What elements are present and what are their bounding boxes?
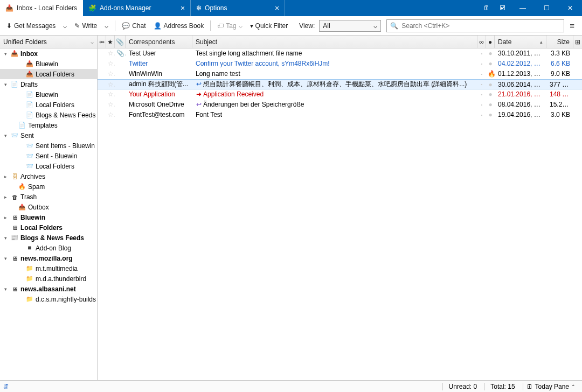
download-icon: ⬇: [6, 22, 12, 30]
col-correspondents[interactable]: Correspondents: [126, 36, 192, 48]
folder-pane-header[interactable]: Unified Folders ⌵: [0, 36, 97, 48]
search-icon: 🔍: [390, 22, 398, 30]
chat-button[interactable]: 💬 Chat: [119, 20, 149, 31]
col-date[interactable]: Date ▴: [495, 36, 546, 48]
folder-item[interactable]: ▾📨Sent: [0, 130, 97, 141]
col-attachment[interactable]: 📎: [115, 36, 126, 48]
get-messages-dropdown[interactable]: ⌵: [60, 20, 70, 31]
folder-item[interactable]: ▸🖥Bluewin: [0, 212, 97, 222]
col-subject[interactable]: Subject: [192, 36, 477, 48]
pencil-icon: ✎: [74, 22, 80, 30]
twisty-icon[interactable]: ▾: [2, 286, 9, 292]
quick-filter-button[interactable]: ▾ Quick Filter: [247, 20, 292, 31]
close-icon[interactable]: ×: [181, 4, 185, 12]
folder-icon: 📨: [26, 163, 33, 170]
folder-item[interactable]: 📄Templates: [0, 120, 97, 130]
write-button[interactable]: ✎ Write: [71, 20, 100, 31]
folder-item[interactable]: ◾Add-on Blog: [0, 243, 97, 253]
app-menu-button[interactable]: ≡: [565, 19, 579, 32]
tag-button[interactable]: 🏷 Tag ⌵: [214, 20, 245, 31]
twisty-icon[interactable]: ▾: [2, 256, 9, 261]
folder-item[interactable]: ▾📰Blogs & News Feeds: [0, 233, 97, 243]
col-size[interactable]: Size: [546, 36, 573, 48]
folder-item[interactable]: 📤Outbox: [0, 202, 97, 212]
message-row[interactable]: ☆admin 科技顧問(管...↩想自動計算餐廳帳目、利潤、成本、原材料倉存、手…: [98, 79, 582, 89]
view-select[interactable]: All ⌵: [319, 20, 381, 32]
folder-item[interactable]: ▸🗄Archives: [0, 171, 97, 181]
attach-cell: 📎: [115, 50, 126, 57]
folder-item[interactable]: 📥Local Folders: [0, 69, 97, 79]
message-row[interactable]: ☆FontTest@test.comFont Test•●19.04.2016,…: [98, 110, 582, 120]
twisty-icon[interactable]: ▸: [2, 174, 9, 179]
calendar-icon[interactable]: 🗓: [479, 0, 495, 16]
col-junk[interactable]: ∞: [477, 36, 486, 48]
folder-item[interactable]: 📁m.t.multimedia: [0, 263, 97, 274]
folder-item[interactable]: ▾🖥news.albasani.net: [0, 284, 97, 294]
message-row[interactable]: ☆Your Application➜Application Received•●…: [98, 89, 582, 100]
size-cell: 6.6 KB: [546, 60, 573, 67]
subject-cell: Long name test: [192, 70, 477, 78]
folder-item[interactable]: 🖥Local Folders: [0, 222, 97, 233]
tab-options[interactable]: ✻ Options ×: [191, 0, 285, 16]
message-pane: ⥈ ★ 📎 Correspondents Subject ∞ ● Date ▴ …: [98, 36, 582, 380]
write-dropdown[interactable]: ⌵: [101, 20, 112, 31]
col-picker[interactable]: ⊞: [573, 36, 582, 48]
message-row[interactable]: ☆TwitterConfirm your Twitter account, sY…: [98, 59, 582, 69]
twisty-icon[interactable]: ▸: [2, 215, 9, 220]
read-cell: ●: [486, 90, 495, 98]
search-box[interactable]: 🔍: [386, 19, 564, 32]
folder-item[interactable]: 📨Local Folders: [0, 161, 97, 171]
col-read[interactable]: ●: [486, 36, 495, 48]
folder-item[interactable]: 📄Local Folders: [0, 100, 97, 110]
folder-item[interactable]: ▾📥Inbox: [0, 48, 97, 59]
message-row[interactable]: ☆📎Test UserTest single long attachment f…: [98, 48, 582, 59]
folder-item[interactable]: ▾🖥news.mozilla.org: [0, 253, 97, 263]
col-thread[interactable]: ⥈: [98, 36, 106, 48]
folder-icon: 📁: [26, 275, 33, 282]
activity-icon[interactable]: ⇵: [3, 383, 9, 390]
junk-cell: •: [477, 72, 486, 76]
folder-item[interactable]: 📁m.d.a.thunderbird: [0, 274, 97, 284]
junk-cell: •: [477, 82, 486, 87]
read-cell: ●: [486, 50, 495, 57]
twisty-icon[interactable]: ▾: [2, 51, 9, 57]
minimize-button[interactable]: —: [511, 0, 535, 16]
folder-item[interactable]: 📥Bluewin: [0, 59, 97, 69]
tab-inbox[interactable]: 📥 Inbox - Local Folders: [0, 0, 83, 16]
today-pane-button[interactable]: 🗓 Today Pane ⌃: [523, 383, 579, 390]
message-row[interactable]: ☆Microsoft OneDrive↩Änderungen bei der S…: [98, 100, 582, 110]
folder-label: news.albasani.net: [20, 285, 76, 293]
folder-icon: 📤: [18, 204, 26, 211]
folder-item[interactable]: 📄Bluewin: [0, 89, 97, 100]
message-row[interactable]: ☆WinWinWinLong name test•🔥01.12.2013, 12…: [98, 69, 582, 79]
date-cell: 08.04.2016, 09:43: [495, 101, 546, 108]
person-icon: 👤: [154, 22, 162, 30]
label: Quick Filter: [255, 22, 288, 30]
close-button[interactable]: ✕: [558, 0, 582, 16]
folder-icon: 🗑: [11, 194, 18, 200]
maximize-button[interactable]: ☐: [535, 0, 558, 16]
col-star[interactable]: ★: [106, 36, 115, 48]
folder-item[interactable]: 📄Blogs & News Feeds: [0, 110, 97, 120]
get-messages-button[interactable]: ⬇ Get Messages: [3, 20, 59, 31]
folder-tree: ▾📥Inbox📥Bluewin📥Local Folders▾📄Drafts📄Bl…: [0, 48, 97, 380]
tab-addons[interactable]: 🧩 Add-ons Manager ×: [83, 0, 191, 16]
folder-item[interactable]: 📨Sent - Bluewin: [0, 151, 97, 161]
twisty-icon[interactable]: ▾: [2, 235, 9, 241]
message-list: ☆📎Test UserTest single long attachment f…: [98, 48, 582, 380]
folder-item[interactable]: 📁d.c.s.m.nightly-builds: [0, 294, 97, 304]
address-book-button[interactable]: 👤 Address Book: [150, 20, 207, 31]
folder-item[interactable]: 🔥Spam: [0, 181, 97, 192]
chevron-down-icon: ⌵: [91, 39, 94, 45]
folder-item[interactable]: 📨Sent Items - Bluewin: [0, 141, 97, 151]
tasks-icon[interactable]: 🗹: [495, 0, 511, 16]
folder-item[interactable]: ▸🗑Trash: [0, 192, 97, 202]
from-cell: WinWinWin: [126, 70, 192, 78]
search-input[interactable]: [401, 22, 560, 30]
close-icon[interactable]: ×: [275, 4, 279, 12]
twisty-icon[interactable]: ▾: [2, 82, 9, 87]
separator: [210, 20, 211, 31]
folder-item[interactable]: ▾📄Drafts: [0, 79, 97, 89]
twisty-icon[interactable]: ▸: [2, 194, 9, 200]
twisty-icon[interactable]: ▾: [2, 133, 9, 138]
